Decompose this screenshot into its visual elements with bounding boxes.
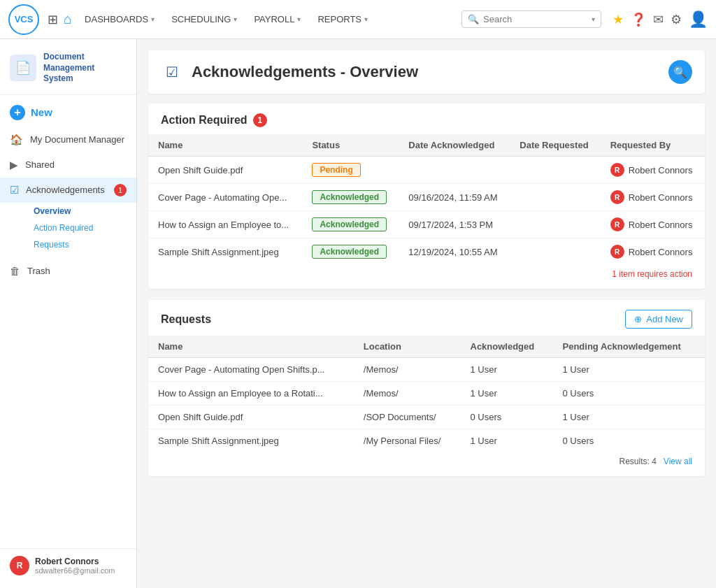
gear-icon[interactable]: ⚙ (671, 12, 682, 27)
search-input[interactable] (483, 14, 587, 24)
requested-by-name: Robert Connors (629, 220, 693, 230)
search-icon: 🔍 (468, 14, 479, 24)
top-nav: VCS ⊞ ⌂ DASHBOARDS ▾ SCHEDULING ▾ PAYROL… (0, 0, 716, 39)
requests-table: Name Location Acknowledged Pending Ackno… (148, 336, 705, 452)
sidebar: 📄 DocumentManagementSystem + New 🏠 My Do… (0, 39, 137, 588)
page-search-button[interactable]: 🔍 (668, 60, 692, 84)
cell-pending: 1 User (553, 406, 705, 429)
cell-acknowledged: 1 User (461, 382, 553, 406)
table-row[interactable]: How to Assign an Employee to... Acknowle… (148, 211, 705, 238)
chevron-down-icon[interactable]: ▾ (592, 15, 595, 23)
dms-icon: 📄 (10, 55, 36, 81)
requests-title: Requests (161, 313, 211, 326)
dms-label: DocumentManagementSystem (43, 52, 94, 85)
cell-name: How to Assign an Employee to a Rotati... (148, 382, 354, 406)
table-row[interactable]: Cover Page - Automating Open Shifts.p...… (148, 358, 705, 382)
nav-reports[interactable]: REPORTS ▾ (310, 10, 375, 29)
requests-footer: Results: 4 View all (148, 452, 705, 469)
table-row[interactable]: Open Shift Guide.pdf Pending R Robert Co… (148, 157, 705, 184)
cell-location: /Memos/ (354, 382, 461, 406)
cell-date-requested (510, 184, 600, 211)
col-status: Status (302, 134, 399, 157)
cell-date-requested (510, 238, 600, 266)
user-account-icon[interactable]: 👤 (689, 10, 708, 29)
sidebar-item-my-document-manager[interactable]: 🏠 My Document Manager (0, 127, 136, 152)
nav-icons: ★ ❓ ✉ ⚙ 👤 (613, 10, 708, 29)
action-required-table-head: Name Status Date Acknowledged Date Reque… (148, 134, 705, 157)
sidebar-sub-action-required[interactable]: Action Required (27, 220, 136, 236)
action-required-tbody: Open Shift Guide.pdf Pending R Robert Co… (148, 157, 705, 266)
cell-location: /My Personal Files/ (354, 429, 461, 453)
nav-dashboards[interactable]: DASHBOARDS ▾ (78, 10, 162, 29)
home-icon[interactable]: ⌂ (64, 11, 72, 27)
sidebar-item-shared[interactable]: ▶ Shared (0, 152, 136, 178)
sidebar-sub-menu: Overview Action Required Requests (0, 203, 136, 253)
action-required-badge: 1 (253, 113, 267, 127)
requests-section: Requests ⊕ Add New Name Location Acknowl… (148, 300, 705, 476)
grid-icon[interactable]: ⊞ (48, 12, 58, 27)
requests-table-head: Name Location Acknowledged Pending Ackno… (148, 336, 705, 358)
chevron-down-icon: ▾ (151, 15, 155, 23)
table-row[interactable]: Cover Page - Automating Ope... Acknowled… (148, 184, 705, 211)
table-row[interactable]: Sample Shift Assignment.jpeg Acknowledge… (148, 238, 705, 266)
table-row[interactable]: Open Shift Guide.pdf /SOP Documents/ 0 U… (148, 406, 705, 429)
cell-date-requested (510, 157, 600, 184)
nav-scheduling[interactable]: SCHEDULING ▾ (164, 10, 244, 29)
cell-requested-by: R Robert Connors (601, 238, 705, 266)
cell-name: Sample Shift Assignment.jpeg (148, 429, 354, 453)
chevron-down-icon: ▾ (364, 15, 368, 23)
cell-name: Open Shift Guide.pdf (148, 406, 354, 429)
page-header-left: ☑ Acknowledgements - Overview (161, 61, 418, 83)
col-requested-by: Requested By (601, 134, 705, 157)
table-row[interactable]: How to Assign an Employee to a Rotati...… (148, 382, 705, 406)
page-header: ☑ Acknowledgements - Overview 🔍 (148, 50, 705, 94)
cell-status: Acknowledged (302, 238, 399, 266)
chevron-down-icon: ▾ (234, 15, 237, 23)
new-button[interactable]: + New (0, 98, 136, 127)
user-info: Robert Connors sdwalter66@gmail.com (35, 557, 115, 575)
acknowledgements-icon: ☑ (10, 184, 19, 196)
avatar: R (610, 190, 624, 204)
cell-name: Open Shift Guide.pdf (148, 157, 302, 184)
cell-name: Cover Page - Automating Ope... (148, 184, 302, 211)
plus-icon: + (10, 105, 25, 120)
action-required-title: Action Required 1 (161, 113, 267, 127)
mail-icon[interactable]: ✉ (653, 12, 664, 27)
col-date-acknowledged: Date Acknowledged (399, 134, 510, 157)
requests-header: Requests ⊕ Add New (148, 300, 705, 336)
nav-links: DASHBOARDS ▾ SCHEDULING ▾ PAYROLL ▾ REPO… (78, 10, 375, 29)
avatar: R (610, 217, 624, 231)
sidebar-footer: R Robert Connors sdwalter66@gmail.com (0, 548, 136, 582)
chevron-down-icon: ▾ (297, 15, 301, 23)
action-required-section: Action Required 1 Name Status Date Ackno… (148, 103, 705, 289)
view-all-link[interactable]: View all (664, 457, 692, 466)
add-new-button[interactable]: ⊕ Add New (625, 310, 692, 329)
req-col-location: Location (354, 336, 461, 358)
avatar: R (610, 245, 624, 259)
requests-tbody: Cover Page - Automating Open Shifts.p...… (148, 358, 705, 453)
cell-name: How to Assign an Employee to... (148, 211, 302, 238)
star-icon[interactable]: ★ (613, 12, 624, 27)
cell-pending: 1 User (553, 358, 705, 382)
cell-status: Pending (302, 157, 399, 184)
plus-icon: ⊕ (634, 314, 642, 324)
cell-pending: 0 Users (553, 429, 705, 453)
sidebar-sub-overview[interactable]: Overview (27, 203, 136, 220)
avatar: R (610, 163, 624, 177)
cell-pending: 0 Users (553, 382, 705, 406)
cell-status: Acknowledged (302, 211, 399, 238)
dms-header: 📄 DocumentManagementSystem (0, 45, 136, 95)
home-sidebar-icon: 🏠 (10, 134, 23, 146)
table-row[interactable]: Sample Shift Assignment.jpeg /My Persona… (148, 429, 705, 453)
cell-date-acknowledged (399, 157, 510, 184)
logo[interactable]: VCS (8, 4, 39, 35)
action-required-table: Name Status Date Acknowledged Date Reque… (148, 134, 705, 265)
help-icon[interactable]: ❓ (631, 12, 646, 27)
action-required-footer: 1 item requires action (148, 265, 705, 282)
sidebar-item-acknowledgements[interactable]: ☑ Acknowledgements 1 (0, 178, 136, 203)
sidebar-sub-requests[interactable]: Requests (27, 236, 136, 253)
cell-date-acknowledged: 09/17/2024, 1:53 PM (399, 211, 510, 238)
requested-by-name: Robert Connors (629, 192, 693, 203)
nav-payroll[interactable]: PAYROLL ▾ (247, 10, 308, 29)
sidebar-item-trash[interactable]: 🗑 Trash (0, 259, 136, 283)
